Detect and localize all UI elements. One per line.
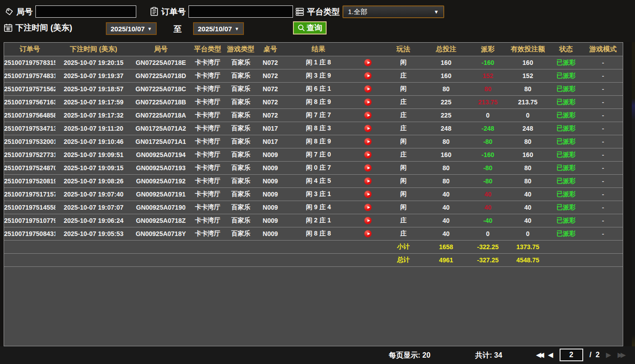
cell-order: 251007197527731 xyxy=(4,148,55,161)
cell-game: 百家乐 xyxy=(225,174,256,187)
play-video-icon[interactable] xyxy=(364,112,372,119)
play-video-icon[interactable] xyxy=(364,230,372,237)
result-video-cell xyxy=(352,201,383,214)
cell-game: 百家乐 xyxy=(225,82,256,95)
cell-time: 2025-10-07 19:19:37 xyxy=(55,69,132,82)
pager: ◀◀ ◀ / 2 ▶ ▶▶ xyxy=(536,349,623,361)
cell-play: 闲 xyxy=(383,187,423,201)
play-video-icon[interactable] xyxy=(364,151,372,158)
table-row: 2510071975715622025-10-07 19:18:57GN0722… xyxy=(4,82,623,95)
cell-table: N009 xyxy=(256,227,284,240)
last-page-button[interactable]: ▶▶ xyxy=(618,351,623,359)
date-from-value: 2025/10/07 xyxy=(111,25,145,33)
cell-game: 百家乐 xyxy=(225,108,256,122)
cell-time: 2025-10-07 19:06:24 xyxy=(55,214,132,227)
result-video-cell xyxy=(352,161,383,174)
date-to-picker[interactable]: 2025/10/07 ▼ xyxy=(193,22,244,35)
cell-valid: 40 xyxy=(507,214,549,227)
pagination-bar: 每页显示: 20 共计: 34 ◀◀ ◀ / 2 ▶ ▶▶ xyxy=(0,346,635,364)
cell-round: GN00925A07190 xyxy=(132,201,190,214)
cell-game: 百家乐 xyxy=(225,135,256,148)
table-row: 2510071975171572025-10-07 19:07:40GN0092… xyxy=(4,187,623,201)
cell-result: 闲 4 庄 5 xyxy=(284,174,352,187)
cell-game: 百家乐 xyxy=(225,95,256,108)
cell-status: 已派彩 xyxy=(549,69,583,82)
search-button[interactable]: 查询 xyxy=(293,21,327,34)
date-from-picker[interactable]: 2025/10/07 ▼ xyxy=(106,22,157,35)
play-video-icon[interactable] xyxy=(364,164,372,172)
cell-mode: - xyxy=(583,56,623,69)
cell-play: 闲 xyxy=(383,174,423,187)
cell-time: 2025-10-07 19:20:15 xyxy=(55,56,132,69)
prev-page-button[interactable]: ◀ xyxy=(548,351,553,359)
cell-result: 闲 8 庄 3 xyxy=(284,122,352,135)
round-number-input[interactable] xyxy=(35,5,136,18)
cell-round: GN01725A071A1 xyxy=(132,135,190,148)
cell-bet: 80 xyxy=(423,161,469,174)
cell-payout: 40 xyxy=(469,201,507,214)
page-total-text: / 2 xyxy=(590,351,600,359)
filter-bar: 局号 订单号 平台类型 1.全部 ▼ 下注时间 (美东) 2025/10/07 … xyxy=(0,0,635,42)
result-video-cell xyxy=(352,187,383,201)
cell-bet: 40 xyxy=(423,227,469,240)
order-number-input[interactable] xyxy=(189,5,293,18)
cell-bet: 248 xyxy=(423,122,469,135)
cell-platform: 卡卡湾厅 xyxy=(190,214,225,227)
cell-result: 闲 8 庄 9 xyxy=(284,135,352,148)
first-page-button[interactable]: ◀◀ xyxy=(536,351,541,359)
cell-bet: 225 xyxy=(423,95,469,108)
cell-valid: 40 xyxy=(507,187,549,201)
cell-platform: 卡卡湾厅 xyxy=(190,95,225,108)
cell-game: 百家乐 xyxy=(225,148,256,161)
cell-payout: -160 xyxy=(469,148,507,161)
bet-records-table: 订单号下注时间 (美东)局号平台类型游戏类型桌号结果玩法总投注派彩有效投注额状态… xyxy=(4,43,623,267)
platform-type-value: 1.全部 xyxy=(348,8,367,16)
cell-mode: - xyxy=(583,108,623,122)
table-row: 2510071975671632025-10-07 19:17:59GN0722… xyxy=(4,95,623,108)
cell-status: 已派彩 xyxy=(549,108,583,122)
cell-table: N009 xyxy=(256,187,284,201)
column-header: 局号 xyxy=(132,43,190,56)
cell-order: 251007197508431 xyxy=(4,227,55,240)
cell-time: 2025-10-07 19:09:51 xyxy=(55,148,132,161)
cell-round: GN00925A07194 xyxy=(132,148,190,161)
cell-payout: -160 xyxy=(469,56,507,69)
column-header xyxy=(352,43,383,56)
cell-play: 闲 xyxy=(383,56,423,69)
play-video-icon[interactable] xyxy=(364,125,372,132)
play-video-icon[interactable] xyxy=(364,138,372,145)
play-video-icon[interactable] xyxy=(364,59,372,66)
cell-payout: -40 xyxy=(469,214,507,227)
page-number-input[interactable] xyxy=(560,349,583,361)
platform-type-select[interactable]: 1.全部 ▼ xyxy=(342,5,444,18)
platform-type-icon xyxy=(295,7,304,16)
clipboard-icon xyxy=(150,7,159,16)
table-header-row: 订单号下注时间 (美东)局号平台类型游戏类型桌号结果玩法总投注派彩有效投注额状态… xyxy=(4,43,623,56)
next-page-button[interactable]: ▶ xyxy=(606,351,611,359)
play-video-icon[interactable] xyxy=(364,191,372,198)
cell-round: GN00925A07191 xyxy=(132,187,190,201)
cell-bet: 40 xyxy=(423,201,469,214)
cell-table: N009 xyxy=(256,148,284,161)
cell-mode: - xyxy=(583,227,623,240)
cell-play: 庄 xyxy=(383,95,423,108)
cell-platform: 卡卡湾厅 xyxy=(190,201,225,214)
cell-round: GN00925A0718Z xyxy=(132,214,190,227)
cell-payout: 40 xyxy=(469,187,507,201)
cell-mode: - xyxy=(583,122,623,135)
date-to-value: 2025/10/07 xyxy=(198,25,232,33)
cell-order: 251007197567163 xyxy=(4,95,55,108)
play-video-icon[interactable] xyxy=(364,217,372,224)
play-video-icon[interactable] xyxy=(364,85,372,93)
column-header: 平台类型 xyxy=(190,43,225,56)
cell-mode: - xyxy=(583,187,623,201)
cell-play: 庄 xyxy=(383,214,423,227)
subtotal-valid: 1373.75 xyxy=(507,240,549,253)
play-video-icon[interactable] xyxy=(364,72,372,79)
play-video-icon[interactable] xyxy=(364,98,372,106)
play-video-icon[interactable] xyxy=(364,204,372,211)
play-video-icon[interactable] xyxy=(364,177,372,185)
cell-game: 百家乐 xyxy=(225,201,256,214)
result-video-cell xyxy=(352,174,383,187)
cell-result: 闲 9 庄 4 xyxy=(284,201,352,214)
